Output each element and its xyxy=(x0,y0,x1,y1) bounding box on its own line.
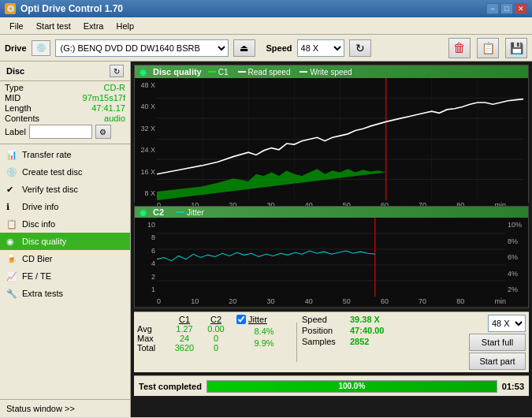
right-panel: ◉ Disc quality C1 Read speed Write speed xyxy=(131,62,532,417)
drive-row: Drive 💿 (G:) BENQ DVD DD DW1640 BSRB ⏏ S… xyxy=(0,35,532,62)
chart2-x70: 70 xyxy=(419,297,426,305)
transfer-rate-icon: 📊 xyxy=(6,150,17,160)
progress-percentage: 100.0% xyxy=(338,382,365,390)
stats-avg-label: Avg xyxy=(137,324,169,334)
disc-label-label: Label xyxy=(5,127,26,136)
toolbar-save-button[interactable]: 💾 xyxy=(505,38,527,58)
disc-label-button[interactable]: ⚙ xyxy=(95,125,111,139)
chart1-y6: 48 X xyxy=(136,81,155,89)
speed-label: Speed xyxy=(266,43,292,53)
sidebar-item-disc-info[interactable]: 📋 Disc info xyxy=(0,215,130,233)
verify-test-disc-icon: ✔ xyxy=(6,185,13,195)
sidebar-disc-title: Disc xyxy=(6,66,24,76)
sidebar-item-label: Transfer rate xyxy=(22,150,72,159)
main-content: Disc ↻ Type CD-R MID 97m15s17f Length 47… xyxy=(0,62,532,417)
speed-stat-label: Speed xyxy=(302,315,345,324)
sidebar-item-extra-tests[interactable]: 🔧 Extra tests xyxy=(0,285,130,302)
extra-tests-icon: 🔧 xyxy=(6,289,17,299)
chart2-yr8: 8% xyxy=(508,237,526,245)
position-stat-label: Position xyxy=(302,326,345,335)
fe-te-icon: 📈 xyxy=(6,271,17,282)
sidebar-bottom: Status window >> xyxy=(0,399,130,417)
stats-max-c1: 24 xyxy=(169,334,200,343)
cd-bier-icon: 🍺 xyxy=(6,254,17,264)
sidebar-item-disc-quality[interactable]: ◉ Disc quality xyxy=(0,233,130,250)
start-part-button[interactable]: Start part xyxy=(469,353,526,370)
drive-info-icon: ℹ xyxy=(6,202,9,212)
sidebar-item-label: Drive info xyxy=(22,202,58,211)
chart1-y1: 8 X xyxy=(136,189,155,197)
create-test-disc-icon: 💿 xyxy=(6,167,17,177)
close-button[interactable]: ✕ xyxy=(515,3,527,14)
disc-type-label: Type xyxy=(5,83,24,92)
disc-label-input[interactable] xyxy=(29,125,92,139)
chart1-y2: 16 X xyxy=(136,168,155,176)
eject-button[interactable]: ⏏ xyxy=(233,39,255,57)
disc-mid-value: 97m15s17f xyxy=(83,93,125,103)
progress-fill: 100.0% xyxy=(207,381,497,392)
sidebar-item-fe-te[interactable]: 📈 FE / TE xyxy=(0,267,130,285)
sidebar-item-label: CD Bier xyxy=(22,254,53,263)
speed-stat-value: 39.38 X xyxy=(350,315,380,324)
disc-contents-label: Contents xyxy=(5,114,39,123)
sidebar-item-create-test-disc[interactable]: 💿 Create test disc xyxy=(0,163,130,181)
chart2-y8: 8 xyxy=(136,233,155,241)
progress-status: Test completed xyxy=(139,382,202,391)
start-full-button[interactable]: Start full xyxy=(469,334,526,351)
stats-avg-c1: 1.27 xyxy=(169,324,200,334)
chart2-x30: 30 xyxy=(266,297,274,305)
stats-total-c2: 0 xyxy=(200,343,232,353)
speed-select[interactable]: 48 X xyxy=(297,39,344,57)
chart2-jitter-label: Jitter xyxy=(187,208,204,217)
drive-select[interactable]: (G:) BENQ DVD DD DW1640 BSRB xyxy=(55,39,229,57)
sidebar-item-verify-test-disc[interactable]: ✔ Verify test disc xyxy=(0,181,130,198)
chart2-svg xyxy=(157,218,506,297)
sidebar-item-label: Disc info xyxy=(22,219,55,229)
chart1-svg xyxy=(157,78,523,200)
chart2-yr6: 6% xyxy=(508,253,526,261)
status-window-button[interactable]: Status window >> xyxy=(0,400,130,417)
minimize-button[interactable]: − xyxy=(486,3,499,14)
chart2-y2: 2 xyxy=(136,273,155,281)
maximize-button[interactable]: □ xyxy=(500,3,513,14)
sidebar-item-drive-info[interactable]: ℹ Drive info xyxy=(0,198,130,215)
chart1-y3: 24 X xyxy=(136,146,155,154)
jitter-max: 9.9% xyxy=(236,338,292,348)
toolbar-copy-button[interactable]: 📋 xyxy=(477,38,499,58)
stats-max-label: Max xyxy=(137,334,169,343)
chart1-title: Disc quality xyxy=(153,67,202,77)
disc-quality-chart: ◉ Disc quality C1 Read speed Write speed xyxy=(134,65,529,203)
menu-file[interactable]: File xyxy=(3,20,30,32)
disc-length-value: 47:41.17 xyxy=(91,103,125,113)
menu-start-test[interactable]: Start test xyxy=(30,20,77,32)
speed-refresh-button[interactable]: ↻ xyxy=(349,39,371,57)
chart2-title: C2 xyxy=(153,207,164,217)
chart2-x60: 60 xyxy=(381,297,389,305)
disc-length-label: Length xyxy=(5,103,32,113)
action-buttons: 48 X Start full Start part xyxy=(469,315,526,370)
sidebar-item-label: Verify test disc xyxy=(22,185,78,194)
chart1-legend-writespeed: Write speed xyxy=(310,68,352,77)
disc-refresh-button[interactable]: ↻ xyxy=(110,65,124,77)
jitter-avg: 8.4% xyxy=(236,327,292,336)
stats-max-c2: 0 xyxy=(200,334,232,343)
chart2-yr2: 2% xyxy=(508,286,526,293)
sidebar-item-cd-bier[interactable]: 🍺 CD Bier xyxy=(0,250,130,267)
chart2-y6: 6 xyxy=(136,247,155,255)
sidebar-item-transfer-rate[interactable]: 📊 Transfer rate xyxy=(0,146,130,163)
stats-header-c1: C1 xyxy=(169,315,200,324)
disc-mid-label: MID xyxy=(5,93,20,103)
app-title: Opti Drive Control 1.70 xyxy=(20,3,123,14)
speed-select-action[interactable]: 48 X xyxy=(488,315,526,332)
chart2-y4: 4 xyxy=(136,259,155,267)
app-icon: 💿 xyxy=(5,3,16,14)
menu-extra[interactable]: Extra xyxy=(77,20,110,32)
chart2-y0: 1 xyxy=(136,286,155,293)
menu-help[interactable]: Help xyxy=(110,20,140,32)
chart2-x10: 10 xyxy=(191,297,199,305)
sidebar-item-label: Extra tests xyxy=(22,289,63,298)
toolbar-erase-button[interactable]: 🗑 xyxy=(448,38,471,58)
stats-avg-c2: 0.00 xyxy=(200,324,232,334)
progress-time: 01:53 xyxy=(502,382,524,391)
jitter-checkbox[interactable] xyxy=(236,315,246,324)
